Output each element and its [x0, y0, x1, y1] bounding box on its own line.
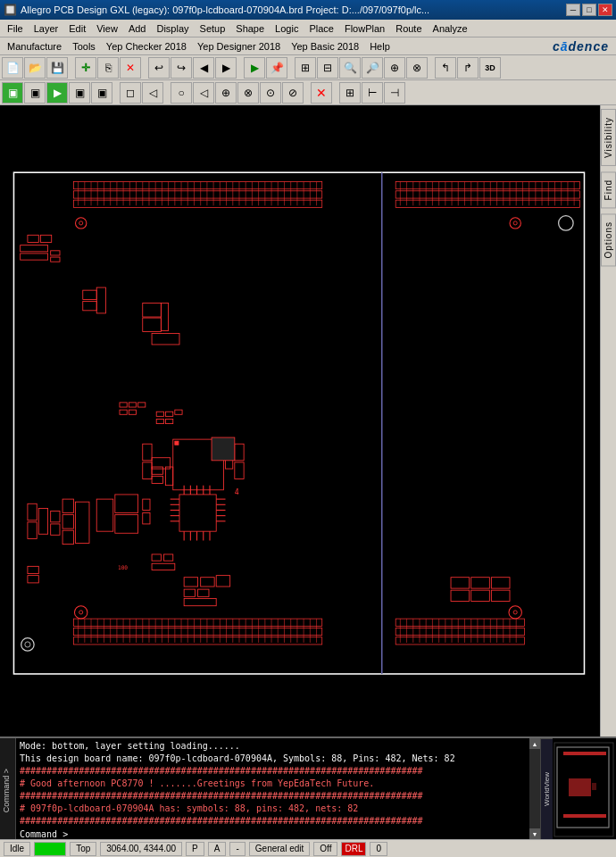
svg-rect-231: [184, 578, 197, 587]
svg-rect-118: [235, 444, 244, 461]
tb-zoom-in[interactable]: 🔍: [339, 57, 361, 79]
menu-item-shape[interactable]: Shape: [230, 21, 270, 36]
menu-item-add[interactable]: Add: [123, 21, 152, 36]
tb2-8[interactable]: ○: [171, 82, 192, 104]
minimize-button[interactable]: ─: [566, 4, 580, 16]
menu-item-edit[interactable]: Edit: [63, 21, 91, 36]
tb-zoom-fit[interactable]: ⊕: [384, 57, 405, 79]
tb-redo[interactable]: ↪: [171, 57, 192, 79]
svg-rect-122: [166, 412, 173, 416]
scroll-up-btn[interactable]: ▲: [529, 738, 540, 749]
svg-rect-209: [28, 503, 37, 520]
tb2-3[interactable]: ▶: [46, 82, 68, 104]
tb2-16[interactable]: ⊢: [362, 82, 383, 104]
menu-item-yep-checker-2018[interactable]: Yep Checker 2018: [101, 39, 192, 54]
menu-item-tools[interactable]: Tools: [67, 39, 101, 54]
tb2-2[interactable]: ▣: [24, 82, 46, 104]
right-sidebar: Visibility Find Options: [600, 105, 616, 736]
open-btn[interactable]: 📂: [24, 57, 46, 79]
console-scrollbar[interactable]: ▲ ▼: [529, 738, 540, 839]
tb-pin[interactable]: 📌: [266, 57, 287, 79]
save-btn[interactable]: 💾: [46, 57, 68, 79]
close-button[interactable]: ✕: [598, 4, 612, 16]
svg-rect-224: [152, 476, 162, 483]
tb-3d[interactable]: 3D: [479, 57, 501, 79]
menu-item-flowplan[interactable]: FlowPlan: [339, 21, 390, 36]
tb-delete[interactable]: ✕: [120, 57, 141, 79]
tb-grid[interactable]: ⊞: [295, 57, 316, 79]
new-btn[interactable]: 📄: [2, 57, 23, 79]
svg-point-134: [74, 606, 87, 619]
tb2-17[interactable]: ⊣: [384, 82, 405, 104]
svg-rect-131: [212, 437, 235, 461]
scroll-thumb[interactable]: [529, 749, 540, 828]
tb2-9[interactable]: ◁: [193, 82, 214, 104]
tb2-15[interactable]: ⊞: [339, 82, 361, 104]
svg-rect-179: [395, 637, 524, 645]
svg-rect-0: [13, 172, 584, 674]
svg-rect-132: [28, 566, 38, 573]
tb2-14[interactable]: ✕: [311, 82, 332, 104]
menu-item-display[interactable]: Display: [151, 21, 194, 36]
tb2-13[interactable]: ⊘: [282, 82, 304, 104]
tb2-4[interactable]: ▣: [69, 82, 90, 104]
menu-item-logic[interactable]: Logic: [270, 21, 304, 36]
maximize-button[interactable]: □: [582, 4, 596, 16]
svg-rect-240: [563, 814, 590, 818]
tb-undo[interactable]: ↩: [148, 57, 170, 79]
tb-zoom-out[interactable]: 🔎: [362, 57, 383, 79]
svg-rect-216: [62, 530, 73, 544]
prompt-text: Command >: [20, 829, 68, 839]
menu-item-yep-basic-2018[interactable]: Yep Basic 2018: [286, 39, 364, 54]
tb-grid2[interactable]: ⊟: [317, 57, 338, 79]
tb-back[interactable]: ◀: [193, 57, 214, 79]
tb-pan-r[interactable]: ↱: [457, 57, 479, 79]
svg-rect-121: [156, 412, 163, 416]
tb2-7[interactable]: ◁: [142, 82, 163, 104]
find-tab[interactable]: Find: [601, 171, 616, 208]
menu-item-file[interactable]: File: [2, 21, 29, 36]
menu-item-yep-designer-2018[interactable]: Yep Designer 2018: [192, 39, 286, 54]
tb2-11[interactable]: ⊗: [237, 82, 259, 104]
tb2-10[interactable]: ⊕: [215, 82, 237, 104]
menu-item-view[interactable]: View: [91, 21, 123, 36]
menu-item-manufacture[interactable]: Manufacture: [2, 39, 67, 54]
svg-rect-242: [590, 814, 606, 818]
off-status: Off: [313, 842, 337, 856]
mode-p: P: [186, 842, 204, 856]
tb-pan-l[interactable]: ↰: [435, 57, 456, 79]
visibility-tab[interactable]: Visibility: [601, 109, 616, 166]
tb2-5[interactable]: ▣: [91, 82, 112, 104]
console-line-4: ########################################…: [20, 790, 526, 803]
svg-point-202: [25, 642, 30, 647]
menu-item-setup[interactable]: Setup: [195, 21, 231, 36]
menu-item-help[interactable]: Help: [364, 39, 395, 54]
tb2-1[interactable]: ▣: [2, 82, 23, 104]
menu-item-layer[interactable]: Layer: [29, 21, 64, 36]
options-tab[interactable]: Options: [601, 213, 616, 266]
svg-rect-241: [590, 752, 606, 755]
svg-rect-80: [40, 235, 51, 242]
command-prompt: Command >: [20, 829, 526, 839]
tb2-12[interactable]: ⊙: [260, 82, 281, 104]
menu-item-place[interactable]: Place: [304, 21, 339, 36]
svg-rect-218: [120, 403, 127, 407]
svg-text:4: 4: [235, 487, 239, 496]
tb-copy[interactable]: ⎘: [97, 57, 119, 79]
tb2-6[interactable]: ◻: [120, 82, 141, 104]
svg-rect-91: [152, 334, 179, 345]
tb-zoom-sel[interactable]: ⊗: [406, 57, 428, 79]
tb-fwd[interactable]: ▶: [215, 57, 237, 79]
pcb-canvas[interactable]: 4 100: [0, 105, 600, 736]
svg-point-78: [559, 216, 573, 230]
tb-run[interactable]: ▶: [244, 57, 265, 79]
menu-item-route[interactable]: Route: [390, 21, 427, 36]
menu-item-analyze[interactable]: Analyze: [428, 21, 473, 36]
svg-rect-44: [395, 191, 579, 198]
menu-bar-1: FileLayerEditViewAddDisplaySetupShapeLog…: [0, 20, 616, 37]
scroll-down-btn[interactable]: ▼: [529, 828, 540, 839]
svg-rect-84: [51, 257, 60, 262]
tb-cross[interactable]: ✛: [75, 57, 96, 79]
command-input[interactable]: [68, 829, 246, 839]
svg-rect-130: [143, 513, 150, 524]
